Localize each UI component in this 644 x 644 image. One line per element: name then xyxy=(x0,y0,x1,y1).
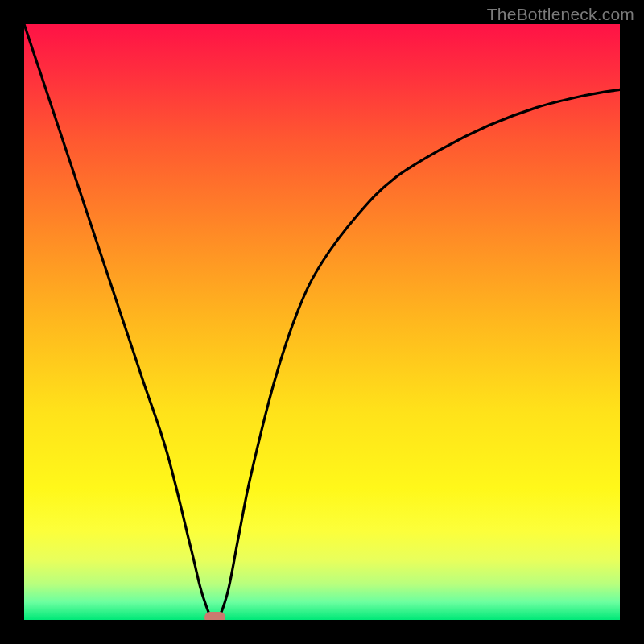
dip-marker xyxy=(204,612,225,620)
plot-area xyxy=(24,24,620,620)
bottleneck-curve xyxy=(24,24,620,620)
chart-frame: TheBottleneck.com xyxy=(0,0,644,644)
watermark-text: TheBottleneck.com xyxy=(487,5,634,24)
